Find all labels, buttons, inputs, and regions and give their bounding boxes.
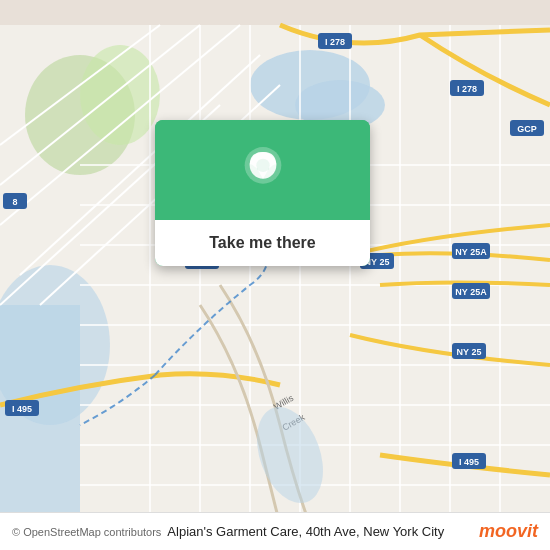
take-me-there-button[interactable]: Take me there <box>155 220 370 266</box>
moovit-logo-text: moovit <box>479 521 538 542</box>
map-container: I 278 I 278 NY 25 NY 25 NY 25A NY 25A NY… <box>0 0 550 550</box>
svg-text:GCP: GCP <box>517 124 537 134</box>
svg-text:NY 25A: NY 25A <box>455 287 487 297</box>
location-card: Take me there <box>155 120 370 266</box>
bottom-bar-left: © OpenStreetMap contributors Alpian's Ga… <box>12 524 444 539</box>
copyright-icon: © OpenStreetMap contributors <box>12 526 161 538</box>
svg-text:NY 25A: NY 25A <box>455 247 487 257</box>
moovit-logo: moovit <box>479 521 538 542</box>
address-text: Alpian's Garment Care, 40th Ave, New Yor… <box>167 524 444 539</box>
svg-text:I 495: I 495 <box>459 457 479 467</box>
bottom-bar: © OpenStreetMap contributors Alpian's Ga… <box>0 512 550 550</box>
svg-text:8: 8 <box>12 197 17 207</box>
svg-point-6 <box>80 45 160 145</box>
svg-text:I 278: I 278 <box>325 37 345 47</box>
location-pin-icon <box>238 147 288 197</box>
svg-text:I 495: I 495 <box>12 404 32 414</box>
svg-text:I 278: I 278 <box>457 84 477 94</box>
card-top <box>155 120 370 220</box>
svg-text:NY 25: NY 25 <box>457 347 482 357</box>
map-background: I 278 I 278 NY 25 NY 25 NY 25A NY 25A NY… <box>0 0 550 550</box>
